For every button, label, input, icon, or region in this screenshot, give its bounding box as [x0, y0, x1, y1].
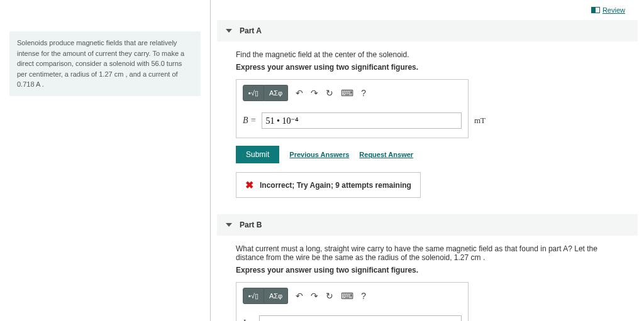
part-a-header[interactable]: Part A — [217, 20, 638, 41]
part-a-actions: Submit Previous Answers Request Answer — [236, 146, 619, 163]
redo-icon[interactable]: ↷ — [311, 88, 318, 98]
reset-icon[interactable]: ↻ — [326, 88, 333, 98]
help-icon-b[interactable]: ? — [361, 291, 366, 301]
part-b: Part B What current must a long, straigh… — [217, 214, 638, 321]
keyboard-icon[interactable]: ⌨ — [341, 88, 353, 98]
redo-icon-b[interactable]: ↷ — [311, 291, 318, 301]
undo-icon-b[interactable]: ↶ — [296, 291, 303, 301]
part-b-unit: A — [480, 318, 486, 321]
part-a-instruction: Express your answer using two significan… — [236, 63, 619, 72]
problem-statement: Solenoids produce magnetic fields that a… — [9, 31, 201, 96]
part-a-prompt: Find the magnetic field at the center of… — [236, 50, 619, 59]
keyboard-icon-b[interactable]: ⌨ — [341, 291, 353, 301]
symbols-button-b[interactable]: ΑΣφ — [264, 288, 288, 304]
caret-down-icon — [226, 29, 232, 33]
part-a-answer-box: ▪√▯ ΑΣφ ↶ ↷ ↻ ⌨ ? B = — [236, 79, 469, 138]
part-b-answer-box: ▪√▯ ΑΣφ ↶ ↷ ↻ ⌨ ? I = — [236, 282, 469, 321]
main-content: Review Part A Find the magnetic field at… — [211, 0, 644, 321]
part-b-header[interactable]: Part B — [217, 214, 638, 236]
top-bar: Review — [217, 0, 638, 20]
equation-toolbar: ▪√▯ ΑΣφ ↶ ↷ ↻ ⌨ ? — [236, 80, 468, 106]
feedback-text: Incorrect; Try Again; 9 attempts remaini… — [260, 181, 411, 190]
part-a-variable: B = — [243, 116, 257, 126]
part-a-request-answer-link[interactable]: Request Answer — [359, 151, 413, 158]
part-a-input-row: B = mT — [236, 106, 468, 138]
help-icon[interactable]: ? — [361, 88, 366, 98]
flag-icon — [591, 7, 600, 13]
symbols-button[interactable]: ΑΣφ — [264, 85, 288, 101]
template-button-b[interactable]: ▪√▯ — [243, 288, 264, 304]
caret-down-icon — [226, 223, 232, 227]
part-b-prompt: What current must a long, straight wire … — [236, 244, 619, 262]
part-b-instruction: Express your answer using two significan… — [236, 266, 619, 275]
part-b-body: What current must a long, straight wire … — [217, 236, 638, 321]
template-button[interactable]: ▪√▯ — [243, 85, 264, 101]
part-a-title: Part A — [240, 26, 262, 35]
part-a: Part A Find the magnetic field at the ce… — [217, 20, 638, 209]
review-link[interactable]: Review — [591, 6, 625, 14]
part-a-submit-button[interactable]: Submit — [236, 146, 279, 163]
incorrect-icon: ✖ — [245, 179, 253, 191]
part-a-feedback: ✖ Incorrect; Try Again; 9 attempts remai… — [236, 172, 421, 198]
part-b-input-row: I = A — [236, 309, 468, 321]
previous-answers-link[interactable]: Previous Answers — [289, 151, 349, 158]
part-b-title: Part B — [240, 220, 262, 229]
part-a-input[interactable] — [262, 112, 462, 129]
problem-sidebar: Solenoids produce magnetic fields that a… — [0, 0, 211, 321]
part-b-variable: I = — [243, 318, 254, 321]
reset-icon-b[interactable]: ↻ — [326, 291, 333, 301]
undo-icon[interactable]: ↶ — [296, 88, 303, 98]
part-b-input[interactable] — [259, 315, 462, 321]
review-label: Review — [602, 6, 625, 14]
part-a-body: Find the magnetic field at the center of… — [217, 41, 638, 209]
part-a-unit: mT — [474, 116, 486, 126]
equation-toolbar-b: ▪√▯ ΑΣφ ↶ ↷ ↻ ⌨ ? — [236, 283, 468, 309]
